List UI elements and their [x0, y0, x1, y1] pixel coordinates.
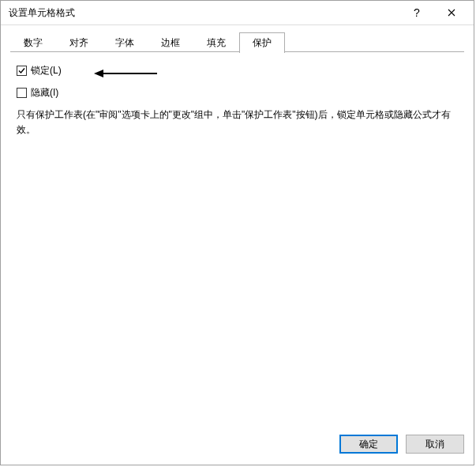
format-cells-dialog: 设置单元格格式 ? 数字 对齐 字体 边框 填充 保护 锁定(L)	[0, 0, 474, 465]
close-icon	[448, 9, 455, 17]
svg-marker-1	[94, 70, 103, 77]
dialog-body: 数字 对齐 字体 边框 填充 保护 锁定(L)	[1, 25, 474, 427]
locked-row: 锁定(L)	[17, 63, 458, 77]
tab-alignment[interactable]: 对齐	[56, 32, 102, 53]
title-bar: 设置单元格格式 ?	[1, 1, 474, 25]
hidden-checkbox[interactable]	[17, 88, 27, 98]
ok-button[interactable]: 确定	[339, 435, 398, 454]
help-icon: ?	[414, 6, 420, 19]
hidden-label: 隐藏(I)	[31, 86, 58, 100]
cancel-button[interactable]: 取消	[406, 435, 464, 454]
tab-number[interactable]: 数字	[10, 32, 56, 53]
tab-content-protection: 锁定(L) 隐藏(I) 只有保护工作表(在"审阅"选项卡上的"更改"组中，单击"…	[10, 52, 464, 417]
locked-label: 锁定(L)	[31, 64, 62, 77]
protection-description: 只有保护工作表(在"审阅"选项卡上的"更改"组中，单击"保护工作表"按钮)后，锁…	[17, 107, 458, 137]
dialog-buttons: 确定 取消	[1, 427, 474, 465]
help-button[interactable]: ?	[399, 2, 434, 24]
tab-font[interactable]: 字体	[102, 32, 148, 53]
locked-checkbox[interactable]	[17, 66, 27, 76]
close-button[interactable]	[434, 2, 469, 24]
tab-protection[interactable]: 保护	[239, 32, 285, 53]
tab-fill[interactable]: 填充	[193, 32, 239, 53]
tab-strip: 数字 对齐 字体 边框 填充 保护	[10, 33, 464, 52]
annotation-arrow-icon	[94, 68, 157, 79]
hidden-row: 隐藏(I)	[17, 85, 458, 100]
dialog-title: 设置单元格格式	[9, 6, 399, 20]
tab-border[interactable]: 边框	[148, 32, 193, 53]
